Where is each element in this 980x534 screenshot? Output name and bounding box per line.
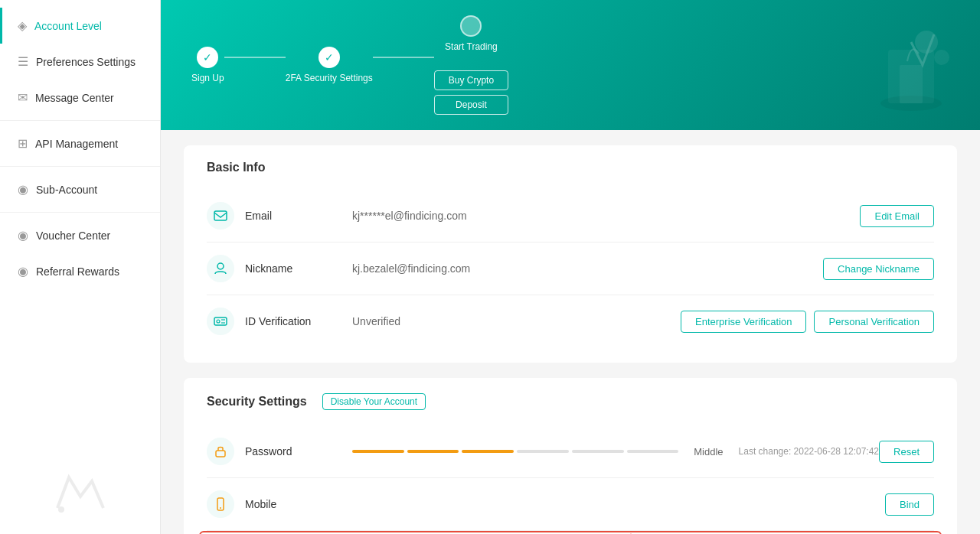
totp-row: TOTP Authentication Set Last change: 202… [199, 531, 942, 534]
page-content: Basic Info Email kj******el@findicing.co… [161, 130, 980, 534]
seg-6 [627, 450, 679, 453]
email-row-icon [207, 202, 234, 230]
sidebar-item-voucher-center[interactable]: ◉ Voucher Center [0, 217, 160, 253]
sidebar-item-sub-account[interactable]: ◉ Sub-Account [0, 171, 160, 207]
seg-2 [407, 450, 459, 453]
sub-account-icon: ◉ [18, 182, 28, 197]
password-last-change: Last change: 2022-06-28 12:07:42 [739, 446, 879, 457]
sidebar-item-referral-rewards[interactable]: ◉ Referral Rewards [0, 253, 160, 289]
id-verification-label: ID Verification [245, 315, 352, 327]
svg-point-2 [934, 50, 949, 65]
seg-3 [462, 450, 514, 453]
id-verification-actions: Enterprise Verification Personal Verific… [681, 311, 934, 333]
email-label: Email [245, 210, 352, 222]
voucher-icon: ◉ [18, 228, 28, 243]
divider-3 [0, 212, 160, 213]
step-trading-icon [460, 15, 482, 37]
preferences-icon: ☰ [18, 54, 28, 69]
step-signup-icon: ✓ [197, 47, 218, 68]
enterprise-verification-button[interactable]: Enterprise Verification [681, 311, 806, 333]
svg-point-0 [58, 506, 64, 513]
step-line-2 [373, 57, 434, 58]
svg-rect-8 [214, 317, 227, 325]
svg-rect-6 [214, 211, 227, 220]
mobile-actions: Bind [885, 493, 934, 516]
email-row: Email kj******el@findicing.com Edit Emai… [207, 190, 934, 243]
personal-verification-button[interactable]: Personal Verification [814, 311, 934, 333]
sidebar-logo [0, 458, 160, 534]
email-actions: Edit Email [860, 205, 934, 227]
step-trading: Start Trading Buy Crypto Deposit [434, 15, 508, 115]
svg-point-14 [220, 507, 221, 509]
step-signup: ✓ Sign Up [191, 47, 224, 83]
security-settings-section: Security Settings Disable Your Account P… [184, 378, 957, 534]
banner-decoration [812, 0, 965, 130]
id-verification-value: Unverified [352, 315, 681, 327]
message-icon: ✉ [18, 90, 28, 105]
password-strength-bar [352, 450, 678, 453]
seg-4 [517, 450, 569, 453]
nickname-label: Nickname [245, 262, 352, 275]
change-nickname-button[interactable]: Change Nickname [823, 258, 934, 280]
step-2fa-icon: ✓ [318, 47, 340, 68]
banner: ✓ Sign Up ✓ 2FA Security Settings Start … [161, 0, 980, 130]
nickname-value: kj.bezalel@findicing.com [352, 262, 823, 275]
security-settings-title: Security Settings [207, 395, 307, 409]
basic-info-title: Basic Info [207, 161, 265, 174]
password-row-icon [207, 438, 234, 465]
mobile-row-icon [207, 490, 234, 518]
seg-5 [572, 450, 624, 453]
sidebar: ◈ Account Level ☰ Preferences Settings ✉… [0, 0, 161, 534]
password-row: Password Middle Last change: 2022-06-28 … [207, 425, 934, 478]
nickname-row: Nickname kj.bezalel@findicing.com Change… [207, 243, 934, 295]
deposit-button[interactable]: Deposit [434, 95, 508, 115]
nickname-row-icon [207, 255, 234, 282]
mobile-row: Mobile Bind [207, 478, 934, 531]
password-actions: Reset [879, 441, 934, 463]
referral-icon: ◉ [18, 264, 28, 278]
svg-point-9 [217, 320, 220, 323]
nickname-actions: Change Nickname [823, 258, 934, 280]
divider-2 [0, 166, 160, 167]
seg-1 [352, 450, 404, 453]
banner-buttons: Buy Crypto Deposit [434, 70, 508, 115]
sidebar-item-message-center[interactable]: ✉ Message Center [0, 80, 160, 116]
banner-steps: ✓ Sign Up ✓ 2FA Security Settings Start … [191, 15, 508, 115]
password-label: Password [245, 445, 352, 457]
main-content: ✓ Sign Up ✓ 2FA Security Settings Start … [161, 0, 980, 534]
buy-crypto-button[interactable]: Buy Crypto [434, 70, 508, 90]
sidebar-item-account-level[interactable]: ◈ Account Level [0, 8, 160, 44]
sidebar-item-api-management[interactable]: ⊞ API Management [0, 125, 160, 161]
account-level-icon: ◈ [18, 18, 27, 33]
reset-password-button[interactable]: Reset [879, 441, 934, 463]
strength-label: Middle [694, 446, 723, 457]
sidebar-item-preferences-settings[interactable]: ☰ Preferences Settings [0, 44, 160, 80]
api-icon: ⊞ [18, 136, 28, 151]
id-row-icon [207, 308, 234, 335]
svg-rect-12 [216, 451, 225, 457]
mobile-label: Mobile [245, 498, 352, 510]
security-settings-header: Security Settings Disable Your Account [207, 393, 934, 410]
edit-email-button[interactable]: Edit Email [860, 205, 934, 227]
divider-1 [0, 120, 160, 121]
bind-mobile-button[interactable]: Bind [885, 493, 934, 516]
basic-info-header: Basic Info [207, 161, 934, 174]
disable-account-button[interactable]: Disable Your Account [322, 393, 426, 410]
basic-info-section: Basic Info Email kj******el@findicing.co… [184, 145, 957, 363]
id-verification-row: ID Verification Unverified Enterprise Ve… [207, 295, 934, 347]
step-line-1 [224, 57, 286, 58]
svg-point-7 [217, 263, 224, 269]
email-value: kj******el@findicing.com [352, 210, 860, 222]
step-2fa: ✓ 2FA Security Settings [286, 47, 373, 83]
svg-rect-5 [900, 65, 923, 103]
